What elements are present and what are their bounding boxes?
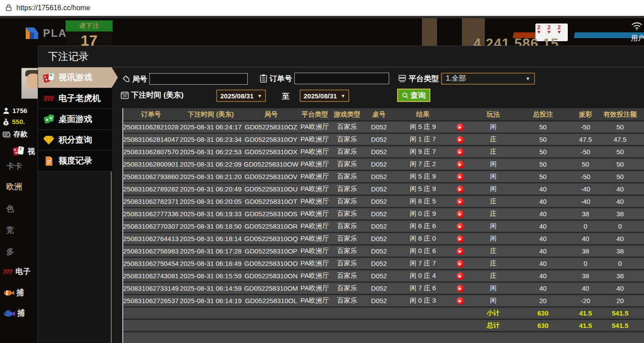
cell-bet: 40 bbox=[518, 245, 568, 257]
cell-payout: 0 bbox=[568, 220, 603, 233]
sidebar-item-2[interactable]: 777电子老虎机 bbox=[38, 88, 112, 109]
replay-play-icon[interactable]: ▶ bbox=[457, 148, 464, 156]
bet-time-filter-label: 下注时间 (美东) bbox=[131, 90, 183, 100]
cell-table: D052 bbox=[364, 295, 394, 307]
bet-records-table-wrap: 订单号下注时间 (美东)局号平台类型游戏类型桌号结果玩法总投注派彩有效投注额 2… bbox=[122, 108, 644, 343]
cell-result: 闲 0 庄 4 bbox=[394, 270, 452, 282]
cell-payout: 47.5 bbox=[568, 133, 603, 146]
cell-payout: -50 bbox=[568, 146, 603, 158]
bet-records-table: 订单号下注时间 (美东)局号平台类型游戏类型桌号结果玩法总投注派彩有效投注额 2… bbox=[123, 108, 644, 343]
cell-replay: ▶ bbox=[452, 270, 468, 282]
platform-icon bbox=[398, 74, 406, 83]
sidebar-item-label: 桌面游戏 bbox=[59, 113, 92, 125]
left-menu-item[interactable]: 色 bbox=[6, 203, 14, 214]
browser-address-bar[interactable]: https://175616.cc/home bbox=[0, 0, 644, 16]
left-slots-item[interactable]: 777 电子 bbox=[3, 266, 31, 277]
wifi-icon bbox=[631, 22, 644, 31]
cell-bet: 40 bbox=[518, 183, 568, 195]
chevron-down-icon: ▼ bbox=[341, 94, 345, 98]
replay-play-icon[interactable]: ▶ bbox=[457, 260, 464, 268]
replay-play-icon[interactable]: ▶ bbox=[457, 161, 464, 168]
col-header bbox=[637, 108, 644, 121]
deposit-icon bbox=[3, 132, 11, 138]
deposit-button[interactable]: 存款 bbox=[3, 130, 27, 139]
cell-round: GD052258310OR bbox=[243, 220, 299, 233]
table-row: 2508310627703072025-08-31 06:18:50GD0522… bbox=[123, 220, 644, 233]
cell-platform: PA欧洲厅 bbox=[299, 270, 330, 282]
left-menu-item[interactable]: 多 bbox=[6, 246, 14, 257]
cell-bet: 40 bbox=[518, 233, 568, 245]
cell-empty bbox=[394, 307, 452, 320]
replay-play-icon[interactable]: ▶ bbox=[457, 285, 464, 292]
cell-valid-bet: 38 bbox=[603, 245, 637, 257]
cell-time: 2025-08-31 06:22:53 bbox=[179, 146, 243, 158]
replay-play-icon[interactable]: ▶ bbox=[457, 235, 464, 243]
left-fishing-item-2[interactable]: 捕 bbox=[3, 308, 25, 318]
replay-play-icon[interactable]: ▶ bbox=[457, 198, 464, 206]
replay-play-icon[interactable]: ▶ bbox=[457, 124, 464, 131]
cell-platform: PA欧洲厅 bbox=[299, 208, 330, 220]
to-label: 至 bbox=[282, 91, 289, 101]
replay-play-icon[interactable]: ▶ bbox=[457, 273, 464, 280]
url-text[interactable]: https://175616.cc/home bbox=[16, 4, 90, 12]
video-tab-fragment[interactable]: K♥9 视 bbox=[12, 146, 35, 156]
cell-result: 闲 7 庄 6 bbox=[394, 282, 452, 295]
replay-play-icon[interactable]: ▶ bbox=[457, 186, 464, 193]
cell-payout: 50 bbox=[568, 158, 603, 171]
cell-time: 2025-08-31 06:18:50 bbox=[179, 220, 243, 233]
left-menu-item[interactable]: 竞 bbox=[6, 225, 14, 235]
cell-order: 250831062789282 bbox=[123, 183, 179, 195]
date-from-picker[interactable]: 2025/08/31 ▼ bbox=[216, 90, 266, 102]
cell-valid-bet: 40 bbox=[603, 233, 637, 245]
sidebar-item-4[interactable]: 积分查询 bbox=[38, 130, 112, 151]
cell-empty bbox=[452, 307, 468, 320]
cell-replay: ▶ bbox=[452, 171, 468, 183]
cell-valid-bet: 50 bbox=[603, 121, 637, 133]
cell-time: 2025-08-31 06:22:09 bbox=[179, 158, 243, 171]
replay-play-icon[interactable]: ▶ bbox=[457, 223, 464, 230]
replay-play-icon[interactable]: ▶ bbox=[457, 297, 464, 305]
sidebar-item-5[interactable]: 额度记录 bbox=[38, 151, 112, 172]
replay-play-icon[interactable]: ▶ bbox=[457, 173, 464, 181]
cell-order: 250831062764413 bbox=[123, 233, 179, 245]
sidebar-item-label: 电子老虎机 bbox=[59, 93, 101, 104]
cell-status: 已结算 bbox=[637, 183, 644, 195]
video-cards-icon: K♥9 bbox=[43, 72, 55, 83]
cell-valid-bet: 20 bbox=[603, 295, 637, 307]
cell-game: 百家乐 bbox=[330, 270, 364, 282]
date-to-picker[interactable]: 2025/08/31 ▼ bbox=[300, 90, 349, 102]
sidebar-item-1[interactable]: K♥9视讯游戏 bbox=[38, 67, 112, 88]
cell-play: 闲 bbox=[468, 233, 518, 245]
cell-valid-bet: 40 bbox=[603, 282, 637, 295]
replay-play-icon[interactable]: ▶ bbox=[457, 210, 464, 218]
cell-bet: 50 bbox=[518, 146, 568, 158]
cell-platform: PA欧洲厅 bbox=[299, 257, 330, 270]
round-number-input[interactable] bbox=[149, 73, 248, 85]
replay-play-icon[interactable]: ▶ bbox=[457, 248, 464, 255]
cell-table: D052 bbox=[364, 220, 394, 233]
right-panel-item[interactable]: 用户 bbox=[631, 34, 644, 43]
cell-payout: -40 bbox=[568, 183, 603, 195]
replay-play-icon[interactable]: ▶ bbox=[457, 136, 464, 144]
cell-time: 2025-08-31 06:17:28 bbox=[179, 245, 243, 257]
table-row: 2508310628210282025-08-31 06:24:17GD0522… bbox=[123, 121, 644, 133]
order-number-input[interactable] bbox=[294, 73, 389, 84]
sidebar-item-label: 视讯游戏 bbox=[59, 72, 92, 83]
left-menu-item[interactable]: 卡卡 bbox=[6, 161, 22, 172]
cell-platform: PA欧洲厅 bbox=[299, 282, 330, 295]
left-menu-item-active[interactable]: 欧洲 bbox=[6, 181, 22, 192]
cell-play: 庄 bbox=[468, 208, 518, 220]
cell-platform: PA欧洲厅 bbox=[299, 146, 330, 158]
platform-type-select[interactable]: 1.全部 ▼ bbox=[441, 73, 535, 85]
cell-valid-bet: 40 bbox=[603, 183, 637, 195]
bluefish-icon bbox=[3, 309, 15, 318]
cell-platform: PA欧洲厅 bbox=[299, 183, 330, 195]
sidebar-item-3[interactable]: ♣桌面游戏 bbox=[38, 109, 112, 130]
cell-platform: PA欧洲厅 bbox=[299, 158, 330, 171]
query-button[interactable]: 查询 bbox=[397, 89, 430, 102]
cell-empty bbox=[243, 320, 299, 332]
cell-order: 250831062756983 bbox=[123, 245, 179, 257]
left-fishing-item[interactable]: 捕 bbox=[3, 288, 24, 298]
cell-status: 已结算 bbox=[637, 195, 644, 208]
cell-bet: 50 bbox=[518, 133, 568, 146]
